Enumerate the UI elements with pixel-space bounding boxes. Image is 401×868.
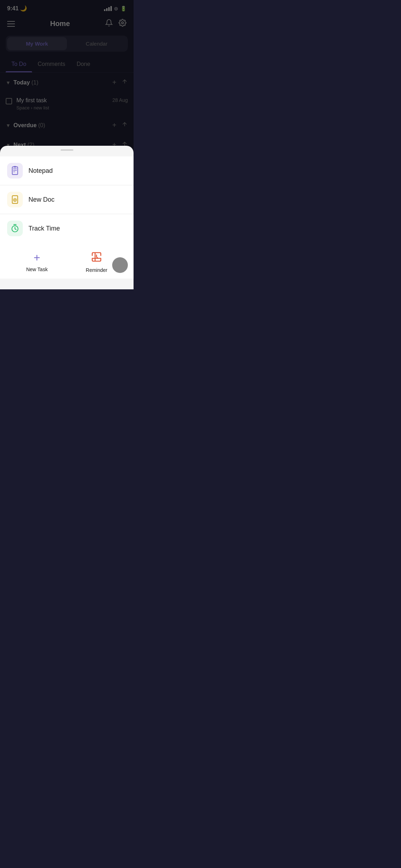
tracktime-icon-bg	[7, 221, 23, 236]
reminder-button[interactable]: Reminder	[86, 251, 108, 273]
sheet-handle	[61, 149, 73, 151]
reminder-label: Reminder	[86, 267, 108, 273]
svg-line-12	[15, 229, 16, 229]
newdoc-label: New Doc	[28, 196, 54, 203]
new-task-label: New Task	[26, 267, 47, 272]
tracktime-label: Track Time	[28, 225, 60, 232]
bottom-sheet: Notepad New Doc Track Time +	[0, 146, 134, 289]
notepad-icon-bg	[7, 163, 23, 179]
reminder-icon	[91, 251, 102, 265]
notepad-label: Notepad	[28, 167, 53, 175]
svg-rect-1	[12, 167, 17, 175]
fab-button[interactable]	[112, 257, 128, 273]
sheet-item-new-doc[interactable]: New Doc	[0, 185, 134, 214]
new-task-icon: +	[33, 251, 40, 264]
newdoc-icon-bg	[7, 192, 23, 207]
svg-rect-5	[14, 166, 16, 167]
sheet-item-track-time[interactable]: Track Time	[0, 214, 134, 243]
new-task-button[interactable]: + New Task	[26, 251, 47, 273]
sheet-item-notepad[interactable]: Notepad	[0, 156, 134, 185]
sheet-bottom-actions: + New Task Reminder	[0, 243, 134, 279]
